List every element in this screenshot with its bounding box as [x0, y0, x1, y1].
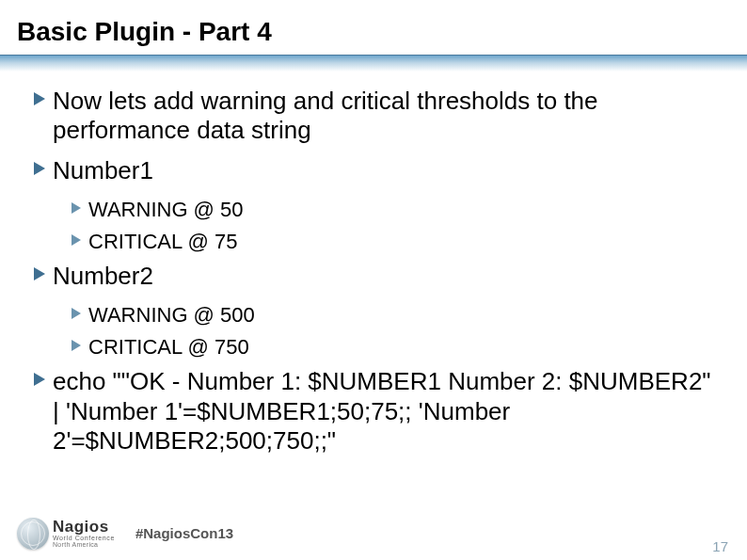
slide-content: Now lets add warning and critical thresh…	[0, 72, 747, 456]
title-underline	[0, 55, 747, 72]
svg-marker-2	[72, 202, 81, 214]
bullet-arrow-icon	[34, 371, 47, 388]
logo-text: Nagios World Conference North America	[53, 519, 115, 548]
sub-bullet-item: CRITICAL @ 750	[72, 335, 719, 360]
slide-title: Basic Plugin - Part 4	[0, 0, 747, 55]
bullet-arrow-icon	[72, 201, 83, 215]
svg-marker-0	[34, 92, 45, 105]
svg-marker-6	[72, 340, 81, 351]
sub-bullet-item: WARNING @ 50	[72, 198, 719, 222]
bullet-item: Now lets add warning and critical thresh…	[34, 87, 719, 145]
bullet-item: echo ""OK - Number 1: $NUMBER1 Number 2:…	[34, 367, 719, 456]
bullet-arrow-icon	[34, 160, 47, 177]
logo-brand: Nagios	[53, 519, 115, 535]
nagios-logo: Nagios World Conference North America	[17, 518, 115, 550]
bullet-arrow-icon	[34, 265, 47, 282]
bullet-text: Number1	[53, 156, 719, 185]
svg-marker-4	[34, 267, 45, 280]
bullet-text: Now lets add warning and critical thresh…	[53, 87, 719, 145]
logo-region: North America	[53, 541, 115, 548]
bullet-arrow-icon	[72, 307, 83, 320]
svg-marker-5	[72, 308, 81, 319]
bullet-item: Number2	[34, 262, 719, 291]
page-number: 17	[712, 538, 728, 554]
svg-marker-1	[34, 162, 45, 175]
svg-marker-7	[34, 373, 45, 386]
logo-subtitle: World Conference	[53, 535, 115, 541]
hashtag: #NagiosCon13	[135, 525, 233, 541]
bullet-item: Number1	[34, 156, 719, 185]
bullet-arrow-icon	[72, 339, 83, 352]
bullet-arrow-icon	[72, 233, 83, 247]
slide: Basic Plugin - Part 4 Now lets add warni…	[0, 0, 747, 560]
bullet-text: WARNING @ 50	[88, 198, 719, 222]
bullet-text: CRITICAL @ 750	[88, 335, 719, 360]
bullet-text: echo ""OK - Number 1: $NUMBER1 Number 2:…	[53, 367, 719, 456]
bullet-text: CRITICAL @ 75	[88, 230, 719, 254]
sub-bullet-item: CRITICAL @ 75	[72, 230, 719, 254]
bullet-text: Number2	[53, 262, 719, 291]
bullet-text: WARNING @ 500	[88, 303, 719, 328]
sub-bullet-item: WARNING @ 500	[72, 303, 719, 328]
globe-icon	[17, 518, 49, 550]
footer: Nagios World Conference North America #N…	[0, 512, 747, 554]
bullet-arrow-icon	[34, 90, 47, 107]
svg-marker-3	[72, 234, 81, 246]
